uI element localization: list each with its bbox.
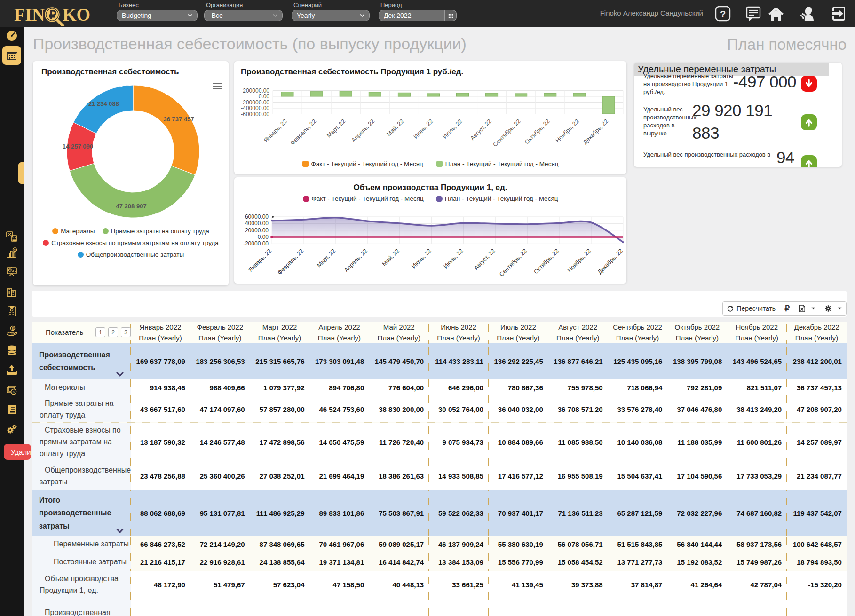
row-label-cell: Постоянные затраты (32, 553, 131, 571)
table-cell: 100 642 648,57 (787, 536, 847, 553)
bar[interactable] (398, 93, 410, 96)
table-cell: 10 140 036,08 (608, 423, 668, 462)
bar[interactable] (544, 94, 556, 96)
area-chart-title: Объем производства Продукции 1, ед. (234, 183, 626, 192)
arrow-up-icon (804, 158, 814, 167)
table-cell: 59 522 062,33 (429, 490, 489, 536)
table-row: Производственная (32, 599, 847, 616)
sidebar-item-active[interactable] (2, 46, 21, 65)
legend-item[interactable]: Факт - Текущий - Текущий год - Месяц (302, 160, 423, 167)
column-level-button-3[interactable]: 3 (121, 327, 131, 337)
bar[interactable] (310, 92, 323, 96)
calendar-button[interactable] (444, 10, 457, 21)
legend-label: Материалы (61, 228, 95, 235)
hand-coin-icon[interactable]: $ (6, 324, 18, 337)
sidebar-drawer-handle[interactable] (18, 162, 24, 184)
expand-chevron-icon[interactable] (116, 529, 124, 533)
donut-slice[interactable] (73, 85, 133, 134)
logout-icon[interactable] (830, 5, 847, 22)
cashbox-icon[interactable]: $ (6, 384, 18, 396)
legend-item[interactable]: План - Текущий - Текущий год - Месяц (436, 195, 558, 202)
legend-item[interactable]: Страховые взносы по прямым затратам на о… (43, 239, 219, 246)
bar-xtick: Апрель, 22 (350, 118, 376, 144)
bar[interactable] (369, 92, 381, 96)
column-month-label: Январь 2022 (131, 322, 190, 332)
chart-money-icon[interactable]: $ (6, 246, 18, 259)
donut-slice[interactable] (133, 85, 199, 175)
table-cell: 21 699 464,19 (309, 462, 369, 490)
legend-item[interactable]: План - Текущий - Текущий год - Месяц (436, 160, 559, 167)
table-cell: 40 448,13 (369, 571, 429, 599)
presentation-icon[interactable] (6, 266, 18, 278)
legend-item[interactable]: Материалы (52, 228, 95, 235)
ruble-label: ₽ (784, 304, 790, 314)
area-chart-legend: Факт - Текущий - Текущий год - МесяцПлан… (234, 195, 626, 202)
home-icon[interactable] (768, 5, 784, 22)
kpi-trend-down-icon (801, 76, 817, 92)
kpi-value: -497 000 (702, 71, 796, 93)
column-scenario-label: План (Yearly) (787, 332, 847, 343)
bar[interactable] (281, 92, 293, 97)
gears-icon[interactable] (6, 423, 18, 435)
settings-button[interactable] (820, 302, 846, 315)
column-level-button-1[interactable]: 1 (95, 327, 105, 337)
chat-icon[interactable] (745, 5, 762, 22)
legend-item[interactable]: Прямые затраты на оплату труда (103, 228, 209, 235)
legend-item[interactable]: Факт - Текущий - Текущий год - Месяц (303, 195, 424, 202)
bar-xtick: Декабрь, 22 (582, 118, 610, 146)
column-scenario-label: План (Yearly) (548, 332, 608, 343)
table-cell: 125 435 095,16 (608, 343, 668, 379)
clipboard-icon[interactable] (6, 305, 18, 317)
expand-chevron-icon[interactable] (116, 372, 124, 377)
row-label-cell[interactable]: Итого производственные затраты (32, 490, 131, 536)
column-month-label: Октябрь 2022 (667, 322, 727, 332)
donut-chart: 36 737 45747 208 90714 257 09021 234 088 (33, 75, 229, 230)
bar[interactable] (573, 93, 586, 96)
table-cell: 17 416 577,12 (489, 462, 548, 490)
excel-export-button[interactable] (794, 302, 820, 315)
table-cell: 70 461 967,06 (309, 536, 369, 553)
table-cell: 89 833 101,86 (309, 490, 369, 536)
help-icon[interactable]: ? (714, 5, 731, 22)
area-xtick: Сентябрь, 22 (498, 248, 528, 278)
filter-select[interactable]: Budgeting (117, 10, 198, 21)
calculator-percent-icon[interactable] (6, 230, 18, 242)
legend-item[interactable]: Общепроизводственные затраты (78, 251, 184, 258)
table-cell: 55 380 630,19 (489, 536, 548, 553)
dashboard-gauge-icon[interactable] (6, 29, 18, 41)
table-column-header: Сентябрь 2022 План (Yearly) (608, 322, 668, 343)
table-cell: 74 687 160,82 (727, 490, 787, 536)
bar[interactable] (515, 94, 527, 96)
table-cell: 23 478 256,88 (131, 462, 190, 490)
bar[interactable] (457, 93, 469, 96)
filter-select[interactable]: Yearly (292, 10, 370, 21)
filter-select[interactable]: -Все- (204, 10, 283, 21)
table-header-row: Показатель 123 Январь 2022 План (Yearly)… (32, 322, 847, 343)
database-icon[interactable] (6, 344, 18, 356)
table-cell: 11 726 720,40 (369, 423, 429, 462)
bar[interactable] (486, 93, 498, 96)
table-cell: 138 395 799,08 (667, 343, 727, 379)
bar[interactable] (428, 94, 440, 96)
table-column-header: Ноябрь 2022 План (Yearly) (727, 322, 787, 343)
support-speaker-icon[interactable] (798, 5, 815, 22)
user-name[interactable]: Finoko Александр Сандульский (600, 9, 703, 17)
delete-button[interactable]: Удалить (4, 444, 31, 460)
table-cell (369, 599, 429, 616)
table-cell: 16 414 842,74 (369, 553, 429, 571)
bar-xtick: Февраль, 22 (289, 118, 318, 147)
bar[interactable] (340, 91, 352, 96)
filter-date-input[interactable]: Дек 2022 (379, 10, 457, 21)
book-icon[interactable] (6, 403, 18, 416)
top-header-bar: FIN ₽ KO Бизнес Budgeting Организация -В… (0, 0, 855, 27)
column-month-label: Март 2022 (250, 322, 309, 332)
finoko-logo[interactable]: FIN ₽ KO (14, 2, 111, 26)
buildings-icon[interactable] (6, 285, 18, 298)
ruble-button[interactable]: ₽ (780, 302, 794, 315)
upload-icon[interactable] (6, 364, 18, 376)
refresh-icon (727, 305, 734, 312)
row-label-cell[interactable]: Производственная себестоимость (32, 343, 131, 379)
column-level-button-2[interactable]: 2 (108, 327, 118, 337)
recalculate-button[interactable]: Пересчитать (723, 302, 780, 315)
bar[interactable] (602, 96, 615, 114)
